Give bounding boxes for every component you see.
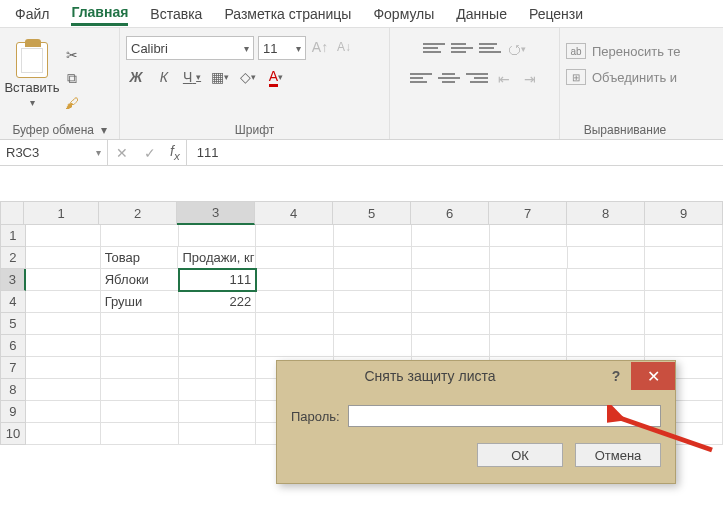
cell[interactable] bbox=[334, 269, 412, 291]
cell[interactable] bbox=[101, 313, 179, 335]
cell[interactable] bbox=[567, 291, 645, 313]
cell[interactable] bbox=[26, 313, 101, 335]
decrease-font-icon[interactable]: A↓ bbox=[334, 36, 354, 58]
cell[interactable] bbox=[412, 225, 490, 247]
wrap-text-button[interactable]: abПереносить те bbox=[566, 38, 684, 64]
cell[interactable] bbox=[490, 335, 568, 357]
row-header[interactable]: 5 bbox=[0, 313, 26, 335]
cell[interactable] bbox=[179, 335, 257, 357]
cancel-button[interactable]: Отмена bbox=[575, 443, 661, 467]
close-icon[interactable]: ✕ bbox=[631, 362, 675, 390]
row-header[interactable]: 9 bbox=[0, 401, 26, 423]
cell[interactable] bbox=[334, 313, 412, 335]
cell[interactable] bbox=[26, 225, 101, 247]
cell[interactable] bbox=[26, 357, 101, 379]
cell[interactable] bbox=[26, 269, 101, 291]
enter-formula-icon[interactable]: ✓ bbox=[136, 145, 164, 161]
cell[interactable] bbox=[645, 313, 723, 335]
align-left-icon[interactable] bbox=[410, 68, 432, 88]
cell[interactable] bbox=[256, 313, 334, 335]
increase-font-icon[interactable]: A↑ bbox=[310, 36, 330, 58]
cell[interactable] bbox=[567, 225, 645, 247]
font-name-combo[interactable]: Calibri▾ bbox=[126, 36, 254, 60]
font-size-combo[interactable]: 11▾ bbox=[258, 36, 306, 60]
cell[interactable] bbox=[490, 247, 568, 269]
format-painter-icon[interactable]: 🖌 bbox=[62, 94, 82, 112]
help-icon[interactable]: ? bbox=[601, 368, 631, 384]
cell[interactable] bbox=[567, 313, 645, 335]
bold-button[interactable]: Ж bbox=[126, 66, 146, 88]
paste-button[interactable]: Вставить ▾ bbox=[6, 42, 58, 112]
row-header[interactable]: 10 bbox=[0, 423, 26, 445]
indent-dec-icon[interactable]: ⇤ bbox=[494, 68, 514, 90]
cell[interactable] bbox=[412, 313, 490, 335]
cell[interactable] bbox=[256, 225, 334, 247]
cell[interactable]: Груши bbox=[101, 291, 179, 313]
align-top-icon[interactable] bbox=[423, 38, 445, 58]
cell[interactable] bbox=[412, 269, 490, 291]
column-header[interactable]: 4 bbox=[255, 201, 333, 225]
fx-icon[interactable]: fx bbox=[164, 143, 186, 162]
cell[interactable] bbox=[334, 335, 412, 357]
column-header[interactable]: 1 bbox=[24, 201, 99, 225]
cell[interactable] bbox=[645, 291, 723, 313]
cell[interactable] bbox=[334, 225, 412, 247]
formula-input[interactable]: 111 bbox=[187, 140, 723, 165]
cell[interactable] bbox=[101, 423, 179, 445]
indent-inc-icon[interactable]: ⇥ bbox=[520, 68, 540, 90]
cell[interactable] bbox=[101, 357, 179, 379]
cell[interactable] bbox=[490, 291, 568, 313]
select-all-corner[interactable] bbox=[0, 201, 24, 225]
cell[interactable] bbox=[567, 335, 645, 357]
border-button[interactable]: ▦▾ bbox=[210, 66, 230, 88]
password-input[interactable] bbox=[348, 405, 661, 427]
cell[interactable] bbox=[645, 247, 723, 269]
cell[interactable] bbox=[26, 423, 101, 445]
underline-button[interactable]: Ч ▾ bbox=[182, 66, 202, 88]
tab-data[interactable]: Данные bbox=[456, 3, 507, 25]
row-header[interactable]: 4 bbox=[0, 291, 26, 313]
cell[interactable] bbox=[256, 335, 334, 357]
tab-layout[interactable]: Разметка страницы bbox=[224, 3, 351, 25]
align-right-icon[interactable] bbox=[466, 68, 488, 88]
cell[interactable] bbox=[645, 335, 723, 357]
cell[interactable] bbox=[101, 335, 179, 357]
column-header[interactable]: 2 bbox=[99, 201, 177, 225]
copy-icon[interactable]: ⧉ bbox=[62, 70, 82, 88]
cell[interactable] bbox=[179, 357, 257, 379]
cell[interactable] bbox=[179, 423, 257, 445]
column-header[interactable]: 3 bbox=[177, 201, 255, 225]
fill-color-button[interactable]: ◇▾ bbox=[238, 66, 258, 88]
tab-file[interactable]: Файл bbox=[15, 3, 49, 25]
name-box[interactable]: R3C3▾ bbox=[0, 140, 108, 165]
align-bottom-icon[interactable] bbox=[479, 38, 501, 58]
orientation-icon[interactable]: ⭯▾ bbox=[507, 38, 527, 60]
italic-button[interactable]: К bbox=[154, 66, 174, 88]
row-header[interactable]: 7 bbox=[0, 357, 26, 379]
cell[interactable] bbox=[256, 291, 334, 313]
row-header[interactable]: 1 bbox=[0, 225, 26, 247]
cell[interactable]: 222 bbox=[179, 291, 257, 313]
cell[interactable] bbox=[26, 335, 101, 357]
cell[interactable] bbox=[490, 313, 568, 335]
cell[interactable]: Продажи, кг bbox=[178, 247, 256, 269]
cell[interactable]: 111 bbox=[179, 269, 257, 291]
cell[interactable] bbox=[568, 247, 646, 269]
align-middle-icon[interactable] bbox=[451, 38, 473, 58]
cell[interactable] bbox=[645, 269, 723, 291]
column-header[interactable]: 8 bbox=[567, 201, 645, 225]
cell[interactable] bbox=[26, 379, 101, 401]
column-header[interactable]: 5 bbox=[333, 201, 411, 225]
row-header[interactable]: 2 bbox=[0, 247, 26, 269]
cell[interactable] bbox=[334, 247, 412, 269]
tab-formulas[interactable]: Формулы bbox=[373, 3, 434, 25]
cell[interactable] bbox=[412, 247, 490, 269]
cell[interactable] bbox=[101, 225, 179, 247]
cell[interactable] bbox=[645, 225, 723, 247]
cell[interactable]: Яблоки bbox=[101, 269, 179, 291]
cell[interactable] bbox=[101, 401, 179, 423]
cell[interactable] bbox=[490, 225, 568, 247]
cut-icon[interactable]: ✂ bbox=[62, 46, 82, 64]
cell[interactable]: Товар bbox=[101, 247, 179, 269]
column-header[interactable]: 7 bbox=[489, 201, 567, 225]
